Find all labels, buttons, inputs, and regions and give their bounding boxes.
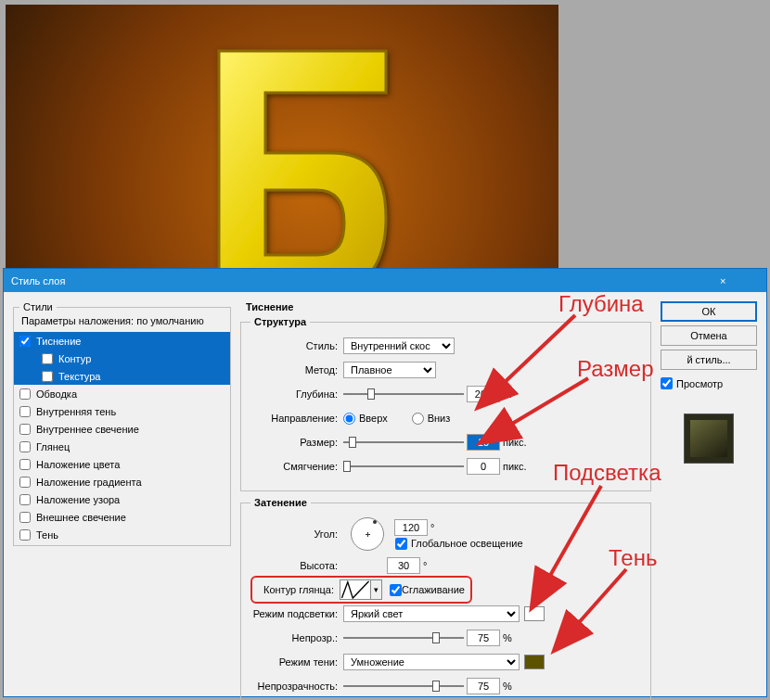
canvas-preview: [6, 5, 558, 268]
style-item-внешнее-свечение[interactable]: Внешнее свечение: [14, 508, 230, 526]
style-checkbox[interactable]: [19, 406, 31, 417]
style-checkbox[interactable]: [19, 494, 31, 505]
annot-shadow: Тень: [609, 545, 657, 571]
style-item-label: Обводка: [36, 388, 77, 400]
style-checkbox[interactable]: [19, 441, 31, 452]
style-checkbox[interactable]: [19, 459, 31, 470]
smode-label: Режим тени:: [250, 656, 343, 668]
blending-defaults[interactable]: Параметры наложения: по умолчанию: [14, 312, 230, 332]
altitude-degree: °: [423, 560, 427, 571]
style-item-label: Наложение градиента: [36, 477, 142, 488]
sopacity-input[interactable]: [467, 678, 500, 694]
style-checkbox[interactable]: [19, 424, 31, 435]
style-item-наложение-цвета[interactable]: Наложение цвета: [14, 455, 230, 473]
size-slider[interactable]: [343, 436, 464, 449]
size-unit: пикс.: [503, 437, 527, 448]
dialog-buttons: ОК Отмена й стиль... Просмотр: [661, 301, 757, 687]
style-item-контур[interactable]: Контур: [14, 350, 230, 367]
style-item-внутренняя-тень[interactable]: Внутренняя тень: [14, 402, 230, 420]
style-item-label: Тень: [36, 529, 58, 541]
preview-label: Просмотр: [676, 378, 723, 389]
hopacity-slider[interactable]: [343, 631, 464, 644]
new-style-button[interactable]: й стиль...: [661, 350, 757, 370]
highlight-color-swatch[interactable]: [524, 606, 545, 621]
style-item-label: Внутреннее свечение: [36, 424, 139, 435]
style-checkbox[interactable]: [19, 388, 31, 400]
style-item-label: Внешнее свечение: [36, 512, 126, 523]
sopacity-unit: %: [503, 681, 512, 692]
gloss-contour-dropdown[interactable]: ▾: [371, 579, 382, 600]
gloss-contour-highlight: Контур глянца: ▾ Сглаживание: [250, 576, 472, 604]
style-checkbox[interactable]: [42, 371, 53, 382]
style-item-label: Контур: [58, 353, 91, 364]
depth-slider[interactable]: [343, 388, 464, 401]
style-item-глянец[interactable]: Глянец: [14, 438, 230, 455]
sopacity-label: Непрозрачность:: [250, 681, 343, 692]
style-checkbox[interactable]: [19, 529, 31, 541]
style-item-label: Наложение цвета: [36, 459, 120, 470]
angle-input[interactable]: [394, 519, 428, 536]
antialias-label: Сглаживание: [402, 584, 465, 595]
style-label: Стиль:: [250, 340, 343, 351]
styles-list-panel: Стили Параметры наложения: по умолчанию …: [13, 301, 231, 687]
style-item-label: Тиснение: [36, 336, 81, 347]
style-item-текстура[interactable]: Текстура: [14, 367, 230, 385]
hopacity-label: Непрозр.:: [250, 632, 343, 643]
hopacity-unit: %: [503, 632, 512, 643]
styles-legend: Стили: [19, 301, 57, 312]
shading-group: Затенение Угол: ° Глобальное освещение: [240, 497, 651, 700]
size-input[interactable]: [467, 434, 500, 451]
annot-depth: Глубина: [558, 291, 644, 317]
shadow-color-swatch[interactable]: [524, 655, 545, 669]
hopacity-input[interactable]: [467, 630, 500, 646]
close-button[interactable]: ×: [720, 269, 759, 292]
radio-down[interactable]: [412, 413, 424, 425]
style-checkbox[interactable]: [19, 477, 31, 488]
style-checkbox[interactable]: [19, 512, 31, 523]
altitude-input[interactable]: [387, 557, 420, 574]
sopacity-slider[interactable]: [343, 680, 464, 693]
highlight-mode-select[interactable]: Яркий свет: [343, 605, 520, 622]
cancel-button[interactable]: Отмена: [661, 325, 757, 346]
style-item-обводка[interactable]: Обводка: [14, 385, 230, 402]
altitude-label: Высота:: [250, 560, 343, 571]
radio-up[interactable]: [343, 413, 355, 425]
structure-legend: Структура: [250, 316, 310, 327]
shadow-mode-select[interactable]: Умножение: [343, 654, 520, 670]
direction-label: Направление:: [250, 413, 343, 424]
soften-label: Смягчение:: [250, 461, 343, 472]
style-item-внутреннее-свечение[interactable]: Внутреннее свечение: [14, 420, 230, 438]
dialog-title-text: Стиль слоя: [11, 275, 720, 286]
soften-input[interactable]: [467, 458, 500, 475]
depth-input[interactable]: [467, 386, 500, 402]
style-checkbox[interactable]: [19, 336, 31, 347]
preview-checkbox[interactable]: [661, 377, 673, 389]
style-item-наложение-узора[interactable]: Наложение узора: [14, 490, 230, 508]
hmode-label: Режим подсветки:: [250, 608, 343, 619]
style-checkbox[interactable]: [42, 353, 53, 364]
close-icon: ×: [720, 275, 759, 286]
style-select[interactable]: Внутренний скос: [343, 337, 455, 354]
style-item-наложение-градиента[interactable]: Наложение градиента: [14, 473, 230, 490]
degree-unit: °: [430, 522, 434, 533]
global-light-checkbox[interactable]: [395, 538, 407, 550]
annot-size: Размер: [577, 356, 654, 382]
angle-dial[interactable]: [351, 517, 384, 551]
gloss-contour-label: Контур глянца:: [258, 584, 340, 595]
style-item-label: Наложение узора: [36, 494, 120, 505]
style-item-label: Внутренняя тень: [36, 406, 116, 417]
annot-highlight: Подсветка: [553, 460, 661, 486]
style-item-label: Глянец: [36, 441, 70, 452]
shading-legend: Затенение: [250, 497, 311, 508]
direction-up[interactable]: Вверх: [343, 413, 393, 425]
style-item-тиснение[interactable]: Тиснение: [14, 332, 230, 350]
style-item-тень[interactable]: Тень: [14, 526, 230, 543]
antialias-checkbox[interactable]: [390, 584, 402, 596]
depth-unit: %: [503, 388, 512, 400]
gloss-contour-preview[interactable]: [340, 579, 371, 600]
ok-button[interactable]: ОК: [661, 301, 757, 322]
direction-down[interactable]: Вниз: [412, 413, 456, 425]
soften-slider[interactable]: [343, 460, 464, 473]
dialog-titlebar[interactable]: Стиль слоя ×: [4, 269, 766, 292]
method-select[interactable]: Плавное: [343, 362, 436, 378]
